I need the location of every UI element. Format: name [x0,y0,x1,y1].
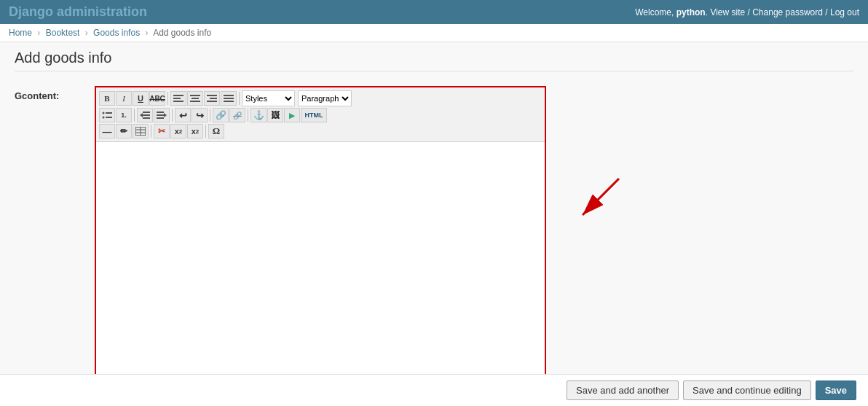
svg-rect-10 [224,98,234,99]
separator: › [145,28,148,38]
svg-rect-23 [157,117,164,119]
svg-point-14 [103,117,105,119]
ordered-list-button[interactable]: 1. [116,108,132,122]
footer-actions: Save and add another Save and continue e… [0,374,868,404]
anchor-button[interactable]: ⚓ [250,108,267,122]
subscript-button[interactable]: x2 [170,124,186,138]
gcontent-field: B I U ABC [95,86,853,391]
breadcrumb-home[interactable]: Home [9,28,32,38]
undo-button[interactable]: ↩ [175,108,191,122]
separator: › [85,28,88,38]
justify-icon [224,94,234,103]
svg-rect-8 [207,101,217,102]
editor-content-area[interactable] [96,142,545,375]
save-continue-editing-button[interactable]: Save and continue editing [683,380,811,400]
svg-rect-5 [190,101,200,102]
svg-rect-19 [143,117,150,119]
view-site-link[interactable]: View site [710,7,745,17]
separator-5 [210,109,210,122]
link-button[interactable]: 🔗 [213,108,229,122]
underline-button[interactable]: U [133,91,149,106]
increase-indent-icon [157,111,167,120]
separator-7 [151,125,151,138]
styles-select[interactable]: Styles Normal Heading 1 Heading 2 Headin… [242,90,295,106]
decrease-indent-button[interactable] [137,108,153,122]
gcontent-label: Gcontent: [15,86,95,391]
main-content: Add goods info Gcontent: B I U ABC [0,42,868,404]
breadcrumb-goods-infos[interactable]: Goods infos [93,28,140,38]
redo-button[interactable]: ↪ [192,108,208,122]
site-title: Django administration [9,4,147,20]
breadcrumb-current: Add goods info [153,28,211,38]
log-out-link[interactable]: Log out [830,7,859,17]
unordered-list-button[interactable] [99,108,115,122]
change-password-link[interactable]: Change password [752,7,823,17]
align-left-button[interactable] [170,91,186,106]
form-row-gcontent: Gcontent: B I U ABC [15,80,853,397]
table-icon [135,127,146,136]
superscript-button[interactable]: x2 [187,124,203,138]
toolbar-row-2: 1. [99,108,542,122]
separator-8 [205,125,206,138]
separator-2 [239,92,240,105]
unordered-list-icon [102,111,112,120]
table-button[interactable] [133,124,149,138]
flash-button[interactable]: ▶ [284,108,300,122]
svg-rect-22 [157,114,164,116]
separator: › [37,28,40,38]
save-add-another-button[interactable]: Save and add another [567,380,679,400]
svg-rect-13 [106,112,112,114]
align-center-button[interactable] [187,91,203,106]
separator-1 [167,92,168,105]
svg-rect-6 [207,95,217,96]
unlink-button[interactable]: 🔗 [229,108,245,122]
svg-rect-7 [210,98,217,99]
svg-rect-1 [173,98,181,99]
breadcrumb-booktest[interactable]: Booktest [46,28,80,38]
decrease-indent-icon [140,111,150,120]
svg-rect-3 [190,95,200,96]
svg-marker-17 [140,113,143,117]
toolbar-row-3: — ✏ [99,124,542,138]
header: Django administration Welcome, python. V… [0,0,868,24]
align-center-icon [190,94,200,103]
welcome-text: Welcome, [635,7,674,17]
strikethrough-button[interactable]: ABC [149,91,165,106]
svg-rect-9 [224,95,234,96]
editor-toolbar: B I U ABC [96,87,545,142]
username: python [676,7,706,17]
svg-marker-21 [164,113,167,117]
breadcrumb: Home › Booktest › Goods infos › Add good… [0,24,868,42]
cut-button[interactable]: ✂ [154,124,170,138]
svg-rect-20 [157,112,164,113]
save-button[interactable]: Save [816,380,856,400]
form-area: Gcontent: B I U ABC [15,80,853,397]
separator-3 [134,109,135,122]
image-button[interactable]: 🖼 [267,108,283,122]
svg-rect-0 [173,95,184,96]
svg-point-12 [103,112,105,114]
svg-rect-4 [192,98,199,99]
justify-button[interactable] [221,91,237,106]
page-title: Add goods info [15,50,853,71]
svg-rect-16 [143,112,150,113]
svg-rect-18 [143,114,150,116]
svg-rect-11 [224,101,234,102]
draw-button[interactable]: ✏ [116,124,132,138]
rich-text-editor: B I U ABC [95,86,546,391]
bold-button[interactable]: B [99,91,115,106]
hr-button[interactable]: — [99,124,115,138]
align-left-icon [173,94,184,103]
svg-rect-15 [106,117,112,118]
separator-6 [248,109,248,122]
align-right-button[interactable] [204,91,220,106]
italic-button[interactable]: I [116,91,132,106]
increase-indent-button[interactable] [154,108,170,122]
paragraph-select[interactable]: Paragraph div pre address [298,90,352,106]
special-chars-button[interactable]: Ω [208,124,224,138]
user-tools: Welcome, python. View site / Change pass… [635,7,859,17]
toolbar-row-1: B I U ABC [99,90,542,106]
svg-rect-2 [173,101,184,102]
html-button[interactable]: HTML [301,108,327,122]
separator-4 [172,109,173,122]
